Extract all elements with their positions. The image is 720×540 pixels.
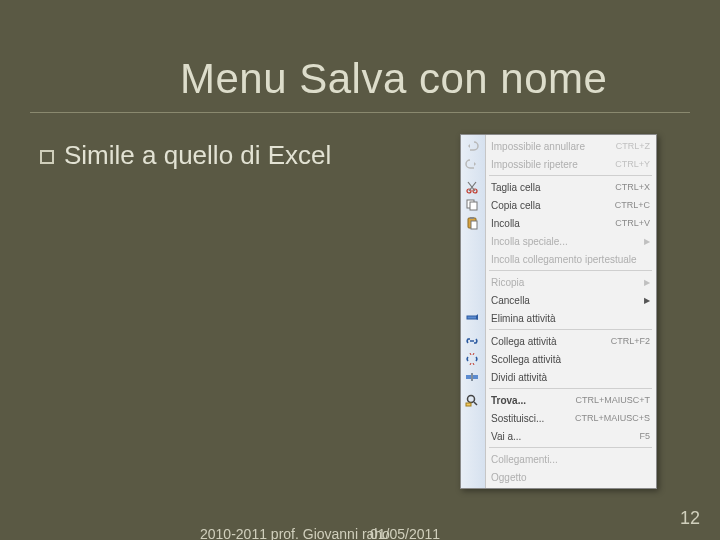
menu-item[interactable]: Copia cellaCTRL+C <box>461 196 656 214</box>
menu-item: Oggetto <box>461 468 656 486</box>
svg-rect-11 <box>466 403 471 406</box>
menu-item-label: Scollega attività <box>491 354 650 365</box>
menu-item-label: Cancella <box>491 295 638 306</box>
menu-separator <box>489 329 652 330</box>
svg-rect-8 <box>466 375 471 379</box>
menu-item-shortcut: CTRL+MAIUSC+T <box>575 395 650 405</box>
undo-icon <box>465 139 479 153</box>
menu-separator <box>489 270 652 271</box>
copy-icon <box>465 198 479 212</box>
menu-item: Incolla speciale...▶ <box>461 232 656 250</box>
svg-rect-6 <box>471 221 477 229</box>
submenu-arrow-icon: ▶ <box>644 237 650 246</box>
menu-item-label: Ricopia <box>491 277 638 288</box>
svg-rect-3 <box>470 202 477 210</box>
menu-separator <box>489 175 652 176</box>
menu-item[interactable]: Trova...CTRL+MAIUSC+T <box>461 391 656 409</box>
menu-item[interactable]: Dividi attività <box>461 368 656 386</box>
menu-item-label: Trova... <box>491 395 569 406</box>
menu-item-label: Impossibile ripetere <box>491 159 609 170</box>
menu-item-shortcut: CTRL+F2 <box>611 336 650 346</box>
menu-item: Ricopia▶ <box>461 273 656 291</box>
menu-item[interactable]: Vai a...F5 <box>461 427 656 445</box>
menu-item-label: Oggetto <box>491 472 650 483</box>
link-icon <box>465 334 479 348</box>
blank-icon <box>465 252 479 266</box>
menu-item-label: Copia cella <box>491 200 609 211</box>
menu-item-label: Taglia cella <box>491 182 609 193</box>
slide-title: Menu Salva con nome <box>180 55 690 103</box>
menu-item-shortcut: CTRL+MAIUSC+S <box>575 413 650 423</box>
blank-icon <box>465 470 479 484</box>
menu-item-shortcut: CTRL+C <box>615 200 650 210</box>
menu-item-label: Incolla speciale... <box>491 236 638 247</box>
menu-item-label: Sostituisci... <box>491 413 569 424</box>
menu-item-shortcut: CTRL+V <box>615 218 650 228</box>
svg-point-10 <box>468 396 475 403</box>
redo-icon <box>465 157 479 171</box>
menu-item[interactable]: Taglia cellaCTRL+X <box>461 178 656 196</box>
svg-rect-7 <box>467 316 477 319</box>
menu-separator <box>489 388 652 389</box>
menu-item[interactable]: IncollaCTRL+V <box>461 214 656 232</box>
menu-item[interactable]: Collega attivitàCTRL+F2 <box>461 332 656 350</box>
slide-body: Simile a quello di Excel <box>40 140 331 171</box>
menu-item-shortcut: CTRL+X <box>615 182 650 192</box>
menu-item[interactable]: Elimina attività <box>461 309 656 327</box>
delete-icon <box>465 311 479 325</box>
blank-icon <box>465 275 479 289</box>
paste-icon <box>465 216 479 230</box>
presentation-slide: Menu Salva con nome Simile a quello di E… <box>0 0 720 540</box>
menu-item-label: Incolla collegamento ipertestuale <box>491 254 650 265</box>
blank-icon <box>465 452 479 466</box>
menu-item: Impossibile annullareCTRL+Z <box>461 137 656 155</box>
menu-item-shortcut: F5 <box>639 431 650 441</box>
menu-item-label: Dividi attività <box>491 372 650 383</box>
menu-item[interactable]: Scollega attività <box>461 350 656 368</box>
blank-icon <box>465 411 479 425</box>
blank-icon <box>465 429 479 443</box>
find-icon <box>465 393 479 407</box>
submenu-arrow-icon: ▶ <box>644 278 650 287</box>
menu-item-label: Incolla <box>491 218 609 229</box>
split-icon <box>465 370 479 384</box>
menu-item: Impossibile ripetereCTRL+Y <box>461 155 656 173</box>
menu-item-label: Vai a... <box>491 431 633 442</box>
menu-item[interactable]: Sostituisci...CTRL+MAIUSC+S <box>461 409 656 427</box>
menu-item-shortcut: CTRL+Z <box>616 141 650 151</box>
menu-item[interactable]: Cancella▶ <box>461 291 656 309</box>
footer-author: 2010-2011 prof. Giovanni raho <box>200 526 390 540</box>
body-text-content: Simile a quello di Excel <box>64 140 331 171</box>
footer-date: 01/05/2011 <box>370 526 440 540</box>
svg-rect-9 <box>473 375 478 379</box>
blank-icon <box>465 234 479 248</box>
cut-icon <box>465 180 479 194</box>
menu-item-label: Collega attività <box>491 336 605 347</box>
svg-rect-5 <box>470 217 474 219</box>
menu-item-shortcut: CTRL+Y <box>615 159 650 169</box>
menu-item-label: Impossibile annullare <box>491 141 610 152</box>
menu-item-label: Elimina attività <box>491 313 650 324</box>
submenu-arrow-icon: ▶ <box>644 296 650 305</box>
menu-item-label: Collegamenti... <box>491 454 650 465</box>
context-menu-screenshot: Impossibile annullareCTRL+ZImpossibile r… <box>460 134 657 489</box>
menu-item: Incolla collegamento ipertestuale <box>461 250 656 268</box>
title-underline <box>30 112 690 113</box>
menu-item: Collegamenti... <box>461 450 656 468</box>
unlink-icon <box>465 352 479 366</box>
square-bullet-icon <box>40 150 54 164</box>
blank-icon <box>465 293 479 307</box>
menu-separator <box>489 447 652 448</box>
page-number: 12 <box>680 508 700 529</box>
